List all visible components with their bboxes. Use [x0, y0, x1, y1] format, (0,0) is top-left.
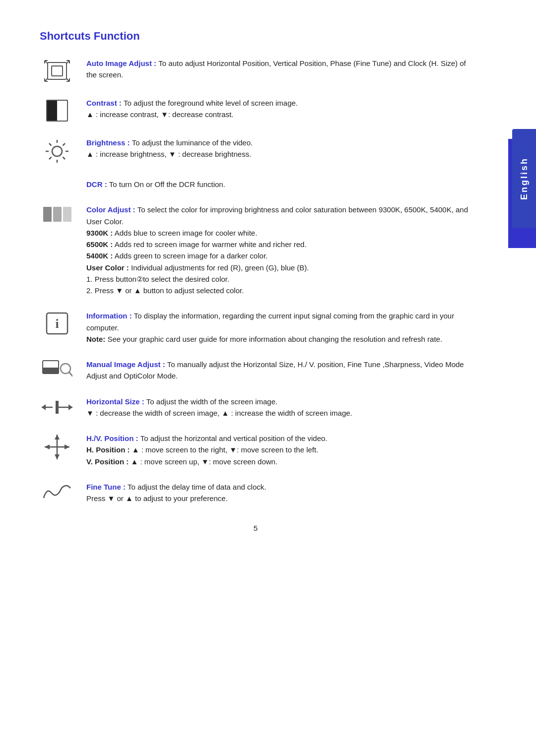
svg-marker-40 [68, 404, 72, 410]
information-item: i Information : To display the informati… [40, 310, 471, 345]
auto-image-adjust-item: Auto Image Adjust : To auto adjust Horiz… [40, 58, 471, 83]
svg-rect-0 [48, 63, 67, 79]
horizontal-size-icon [40, 397, 74, 418]
horizontal-size-item: Horizontal Size : To adjust the width of… [40, 396, 471, 419]
page-content: Shortcuts Function [0, 0, 511, 562]
information-icon: i [40, 311, 74, 336]
svg-marker-46 [65, 444, 69, 449]
svg-text:i: i [55, 316, 59, 331]
fine-tune-icon [40, 482, 74, 503]
dcr-item: DCR : To turn On or Off the DCR function… [40, 179, 471, 190]
brightness-item: Brightness : To adjust the luminance of … [40, 137, 471, 165]
svg-line-25 [63, 143, 66, 146]
manual-image-adjust-desc: Manual Image Adjust : To manually adjust… [86, 359, 471, 382]
fine-tune-desc: Fine Tune : To adjust the delay time of … [86, 481, 471, 504]
svg-marker-45 [45, 444, 50, 449]
color-adjust-desc: Color Adjust : To select the color for i… [86, 204, 471, 296]
svg-rect-16 [57, 100, 67, 121]
fine-tune-item: Fine Tune : To adjust the delay time of … [40, 481, 471, 504]
svg-rect-15 [47, 100, 57, 121]
svg-rect-27 [43, 207, 52, 222]
page-number: 5 [40, 524, 471, 532]
svg-line-23 [49, 143, 52, 146]
svg-line-24 [63, 157, 66, 160]
manual-image-adjust-item: Manual Image Adjust : To manually adjust… [40, 359, 471, 382]
svg-line-26 [49, 157, 52, 160]
svg-rect-38 [56, 401, 59, 414]
information-desc: Information : To display the information… [86, 310, 471, 345]
hv-position-icon [40, 434, 74, 460]
hv-position-item: H./V. Position : To adjust the horizonta… [40, 433, 471, 467]
sidebar-english-container: English [512, 129, 536, 228]
color-adjust-item: Color Adjust : To select the color for i… [40, 204, 471, 296]
svg-rect-33 [43, 368, 59, 374]
color-adjust-icon [40, 205, 74, 224]
manual-image-adjust-icon [40, 360, 74, 380]
contrast-icon [40, 98, 74, 123]
svg-marker-44 [55, 454, 60, 459]
svg-rect-29 [63, 207, 71, 222]
dcr-desc: DCR : To turn On or Off the DCR function… [86, 179, 471, 190]
svg-marker-43 [55, 435, 60, 440]
contrast-item: Contrast : To adjust the foreground whit… [40, 97, 471, 123]
horizontal-size-desc: Horizontal Size : To adjust the width of… [86, 396, 471, 419]
contrast-desc: Contrast : To adjust the foreground whit… [86, 97, 471, 121]
auto-image-adjust-desc: Auto Image Adjust : To auto adjust Horiz… [86, 58, 471, 81]
sidebar-english-text: English [519, 157, 530, 200]
svg-rect-28 [53, 207, 62, 222]
brightness-icon [40, 138, 74, 165]
page-title: Shortcuts Function [40, 30, 471, 43]
svg-marker-37 [42, 404, 46, 410]
svg-line-35 [69, 372, 72, 376]
hv-position-desc: H./V. Position : To adjust the horizonta… [86, 433, 471, 467]
brightness-desc: Brightness : To adjust the luminance of … [86, 137, 471, 160]
svg-point-18 [52, 146, 62, 156]
svg-rect-1 [52, 66, 63, 76]
auto-image-adjust-icon [40, 59, 74, 83]
